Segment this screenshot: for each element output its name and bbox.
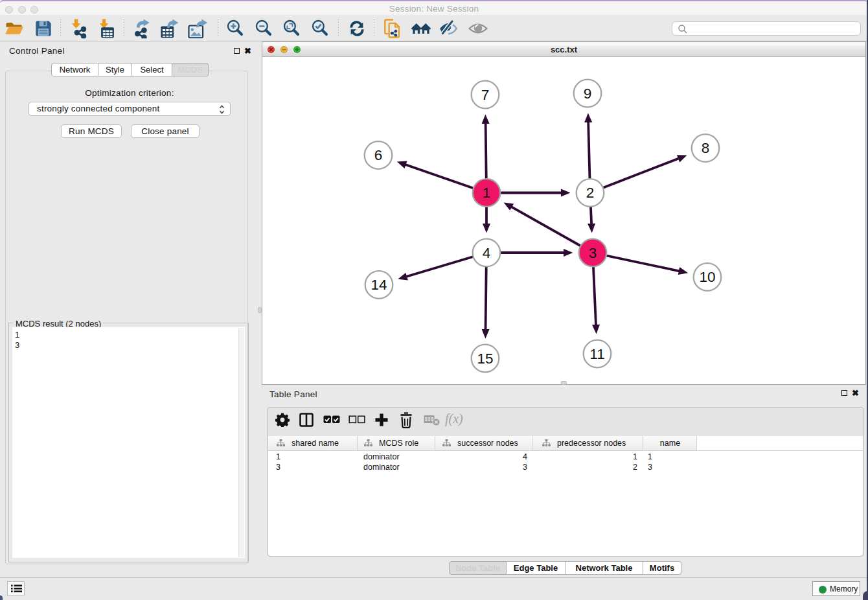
svg-text:9: 9: [584, 86, 592, 102]
svg-text:8: 8: [702, 140, 710, 156]
svg-text:2: 2: [586, 185, 595, 201]
svg-text:4: 4: [483, 245, 491, 261]
svg-text:6: 6: [374, 147, 383, 163]
svg-text:3: 3: [589, 245, 597, 261]
svg-text:1: 1: [483, 185, 491, 201]
svg-text:10: 10: [699, 269, 715, 285]
svg-text:11: 11: [589, 346, 604, 362]
svg-text:14: 14: [371, 277, 387, 293]
svg-text:7: 7: [481, 87, 490, 103]
svg-text:15: 15: [477, 351, 493, 367]
